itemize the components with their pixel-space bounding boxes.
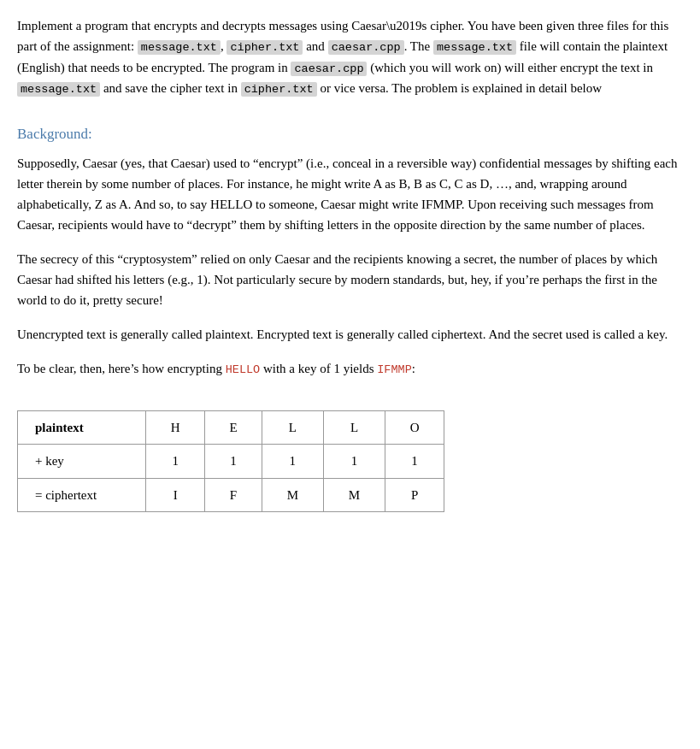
- key-text: with a key of 1 yields: [260, 362, 377, 375]
- code-cipher-txt-2: cipher.txt: [241, 82, 317, 97]
- intro-paragraph: Implement a program that encrypts and de…: [17, 15, 683, 99]
- cell-key-1d: 1: [323, 445, 385, 479]
- table-row-key: + key 1 1 1 1 1: [18, 445, 444, 479]
- paragraph-4-text: To be clear, then, here’s how encrypting: [17, 362, 226, 375]
- cipher-table-container: plaintext H E L L O + key 1 1 1 1 1 = ci…: [17, 393, 683, 513]
- cell-plaintext-e: E: [205, 410, 262, 445]
- table-row-plaintext: plaintext H E L L O: [18, 410, 444, 445]
- background-heading: Background:: [17, 123, 683, 145]
- cell-plaintext-l1: L: [262, 410, 323, 445]
- code-message-txt-1: message.txt: [138, 40, 221, 55]
- background-paragraph-3: Unencrypted text is generally called pla…: [17, 324, 683, 345]
- row-label-key: + key: [18, 445, 146, 479]
- cell-key-1e: 1: [385, 445, 444, 479]
- code-message-txt-2: message.txt: [433, 40, 516, 55]
- cell-cipher-m1: M: [262, 478, 323, 512]
- cell-key-1b: 1: [205, 445, 262, 479]
- background-paragraph-4: To be clear, then, here’s how encrypting…: [17, 358, 683, 380]
- code-message-txt-3: message.txt: [17, 82, 100, 97]
- cipher-table: plaintext H E L L O + key 1 1 1 1 1 = ci…: [17, 410, 444, 513]
- hello-code: HELLO: [226, 363, 261, 376]
- cell-cipher-i: I: [146, 478, 205, 512]
- cell-cipher-f: F: [205, 478, 262, 512]
- cell-cipher-m2: M: [323, 478, 385, 512]
- code-cipher-txt-1: cipher.txt: [226, 40, 303, 55]
- background-paragraph-1: Supposedly, Caesar (yes, that Caesar) us…: [17, 153, 683, 235]
- code-caesar-cpp-2: caesar.cpp: [291, 62, 367, 76]
- cell-key-1c: 1: [262, 445, 323, 479]
- cell-cipher-p: P: [385, 478, 444, 512]
- cell-plaintext-l2: L: [323, 410, 385, 445]
- ifmmp-code: IFMMP: [377, 363, 412, 376]
- colon: :: [412, 362, 415, 375]
- cell-plaintext-h: H: [146, 410, 205, 445]
- table-row-ciphertext: = ciphertext I F M M P: [18, 478, 444, 512]
- cell-plaintext-o: O: [385, 410, 444, 445]
- background-paragraph-2: The secrecy of this “cryptosystem” relie…: [17, 249, 683, 310]
- code-caesar-cpp-1: caesar.cpp: [328, 40, 404, 55]
- row-label-ciphertext: = ciphertext: [18, 478, 146, 512]
- cell-key-1a: 1: [146, 445, 205, 479]
- row-label-plaintext: plaintext: [18, 410, 146, 445]
